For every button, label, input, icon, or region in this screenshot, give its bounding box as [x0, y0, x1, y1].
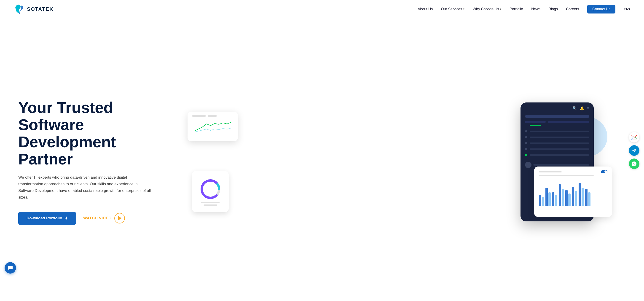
telegram-float-button[interactable] [629, 145, 640, 156]
language-selector[interactable]: EN▾ [624, 7, 630, 11]
play-triangle-icon [118, 216, 122, 220]
gmail-float-button[interactable] [629, 132, 640, 142]
nav-portfolio[interactable]: Portfolio [510, 7, 523, 11]
whatsapp-icon [632, 161, 637, 166]
nav-careers[interactable]: Careers [566, 7, 579, 11]
sidebar-dot [525, 136, 527, 138]
toggle-switch[interactable] [601, 170, 608, 173]
play-circle-icon [114, 213, 125, 224]
nav-our-services[interactable]: Our Services ▾ [441, 7, 464, 11]
logo[interactable]: SOTATEK [14, 4, 54, 15]
sidebar-line [530, 142, 589, 144]
sidebar-dot [525, 154, 527, 156]
nav-about-us[interactable]: About Us [418, 7, 433, 11]
sidebar-item [525, 146, 589, 152]
nav-why-choose-us[interactable]: Why Choose Us ▾ [473, 7, 502, 11]
search-icon: 🔍 [572, 106, 577, 110]
toggle-knob [604, 170, 607, 173]
line-chart-svg [192, 118, 233, 134]
whatsapp-float-button[interactable] [629, 158, 640, 169]
bar-chart-card [534, 166, 612, 217]
sidebar-line [530, 130, 589, 132]
nav-news[interactable]: News [531, 7, 540, 11]
sidebar-item [525, 140, 589, 146]
donut-widget [192, 171, 229, 212]
sidebar-dot [525, 142, 527, 144]
hero-description: We offer IT experts who bring data-drive… [18, 174, 151, 201]
bell-icon: 🔔 [580, 106, 584, 110]
logo-text: SOTATEK [27, 6, 54, 12]
gmail-icon [631, 135, 637, 140]
floating-social-icons [629, 132, 640, 169]
logo-icon [14, 4, 25, 15]
sidebar-dot [525, 130, 527, 132]
donut-chart-svg [199, 178, 222, 200]
chevron-down-icon: ▾ [463, 8, 464, 10]
sidebar-item [525, 152, 589, 158]
header: SOTATEK About Us Our Services ▾ Why Choo… [0, 0, 644, 18]
hero-buttons: Download Portfolio ⬇ WATCH VIDEO [18, 212, 174, 225]
chat-float-button[interactable] [4, 262, 16, 274]
chat-icon [8, 265, 13, 270]
hero-left-content: Your Trusted Software Development Partne… [18, 99, 174, 225]
nav-contact-us[interactable]: Contact Us [587, 5, 616, 14]
mockup-content-rows [520, 113, 594, 170]
green-indicator-bar [530, 125, 541, 126]
download-icon: ⬇ [64, 216, 68, 221]
download-portfolio-button[interactable]: Download Portfolio ⬇ [18, 212, 76, 225]
svg-point-1 [202, 180, 219, 198]
toggle-label-bar [539, 171, 562, 172]
watch-video-button[interactable]: WATCH VIDEO [83, 213, 125, 224]
hero-illustration: 🔍 🔔 ≡ [174, 98, 626, 226]
menu-icon: ≡ [587, 106, 589, 110]
hero-section: Your Trusted Software Development Partne… [0, 18, 644, 301]
chevron-down-icon: ▾ [500, 8, 501, 10]
main-nav: About Us Our Services ▾ Why Choose Us ▾ … [418, 5, 630, 14]
telegram-icon [632, 148, 637, 153]
mockup-row [525, 115, 589, 118]
line-chart-card [188, 112, 238, 141]
sidebar-line [530, 136, 589, 138]
sidebar-dot [525, 148, 527, 150]
sidebar-item [525, 134, 589, 140]
sidebar-line [530, 154, 589, 156]
sidebar-line [530, 148, 589, 150]
nav-blogs[interactable]: Blogs [549, 7, 558, 11]
mockup-header-bar: 🔍 🔔 ≡ [520, 102, 594, 113]
toggle-row [539, 170, 608, 173]
chat-float-button-container [4, 262, 16, 274]
bar-chart-container [539, 179, 608, 206]
hero-title: Your Trusted Software Development Partne… [18, 99, 174, 168]
sidebar-item [525, 128, 589, 134]
